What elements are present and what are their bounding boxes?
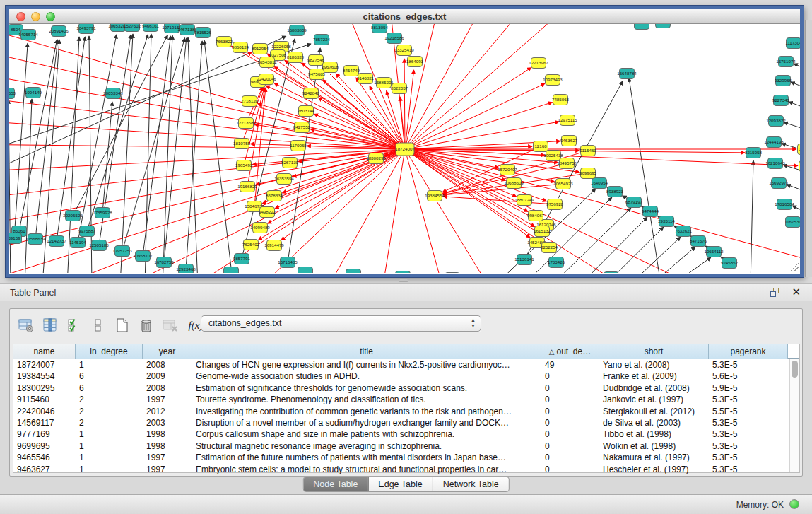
graph-node[interactable]: 12975115 [558, 115, 577, 126]
graph-node[interactable]: 12093822 [766, 116, 786, 127]
graph-node[interactable]: 8813054 [371, 24, 389, 33]
graph-node[interactable]: 9756928 [546, 199, 564, 210]
graph-node[interactable]: 12444193 [764, 137, 784, 148]
graph-edge[interactable] [282, 149, 405, 193]
graph-node[interactable]: 19166829 [237, 182, 257, 192]
graph-edge[interactable] [405, 149, 798, 165]
table-mode-icon[interactable] [16, 315, 37, 336]
table-row[interactable]: 969969511998Structural magnetic resonanc… [13, 440, 799, 452]
graph-edge[interactable] [9, 24, 405, 149]
network-canvas[interactable]: 8504140557142089140610493791106532871527… [9, 24, 800, 273]
graph-node[interactable]: 7815526 [194, 28, 212, 38]
graph-node[interactable]: 8454749 [343, 66, 360, 76]
graph-edge[interactable] [204, 40, 233, 273]
graph-node[interactable]: 17957253 [112, 246, 132, 257]
graph-node[interactable]: 9146821 [357, 74, 375, 84]
table-row[interactable]: 946362711997Embryonic stem cells: a mode… [13, 464, 799, 475]
graph-edge[interactable] [87, 34, 148, 231]
graph-node[interactable]: 12505185 [89, 240, 109, 251]
graph-node[interactable]: 1864093 [406, 57, 424, 67]
graph-node[interactable]: 18495758 [557, 158, 577, 169]
graph-node[interactable]: 9115460 [579, 146, 596, 156]
graph-node[interactable]: 8186328 [287, 52, 305, 63]
graph-node[interactable]: 20891406 [49, 26, 69, 37]
graph-node[interactable]: 7625402 [242, 240, 260, 250]
graph-node[interactable]: 17359928 [93, 208, 112, 218]
graph-node[interactable]: 1965493 [235, 160, 253, 171]
graph-node[interactable]: 10654923 [553, 179, 573, 189]
graph-node[interactable]: 8938923 [606, 187, 624, 197]
graph-edge[interactable] [405, 83, 545, 149]
graph-edge[interactable] [35, 40, 58, 239]
graph-edge[interactable] [19, 40, 57, 231]
graph-edge[interactable] [89, 36, 92, 273]
graph-node[interactable]: 14099489 [250, 223, 270, 233]
graph-node[interactable]: 9227341 [772, 95, 790, 106]
select-columns-icon[interactable] [64, 315, 85, 336]
table-row[interactable]: 911546021997Tourette syndrome. Phenomeno… [13, 394, 799, 405]
graph-node[interactable]: 1733426 [548, 257, 565, 268]
tab-edge-table[interactable]: Edge Table [368, 477, 433, 491]
graph-node[interactable]: 11568639 [25, 234, 45, 245]
vertical-scrollbar[interactable] [789, 359, 799, 472]
table-row[interactable]: 2242004622012Investigating the contribut… [13, 406, 799, 417]
graph-edge[interactable] [794, 64, 800, 71]
graph-node[interactable]: 10688609 [504, 178, 524, 189]
graph-edge[interactable] [143, 36, 170, 256]
graph-edge[interactable] [14, 43, 28, 238]
graph-node[interactable]: 15692971 [769, 178, 789, 189]
graph-edge[interactable] [792, 206, 800, 215]
graph-node[interactable]: 2935114 [658, 216, 675, 227]
graph-node[interactable]: 12213967 [529, 58, 548, 69]
graph-edge[interactable] [186, 41, 202, 269]
table-row[interactable]: 1938455462009Genome-wide association stu… [13, 370, 799, 382]
graph-node[interactable] [224, 267, 239, 274]
graph-node[interactable]: 1167531 [784, 217, 800, 228]
graph-edge[interactable] [188, 37, 198, 273]
graph-node[interactable] [604, 272, 619, 274]
graph-edge[interactable] [405, 24, 534, 149]
graph-node[interactable]: 16782759 [154, 257, 174, 268]
tab-node-table[interactable]: Node Table [303, 477, 368, 491]
graph-node[interactable]: 10493791 [76, 24, 96, 34]
graph-edge[interactable] [266, 86, 405, 149]
graph-node[interactable]: 9984067 [527, 211, 545, 221]
graph-edge[interactable] [405, 24, 442, 149]
graph-node[interactable]: 12213589 [236, 118, 256, 129]
graph-node[interactable]: 16353594 [274, 174, 294, 185]
graph-edge[interactable] [9, 70, 405, 149]
splitter-grip[interactable] [399, 279, 408, 282]
graph-node[interactable]: 1527602 [124, 24, 141, 32]
row-height-icon[interactable] [88, 315, 109, 336]
graph-node[interactable]: 12142737 [47, 236, 66, 247]
close-panel-icon[interactable]: ✕ [792, 286, 801, 298]
graph-node[interactable]: 9466161 [142, 24, 160, 32]
graph-node[interactable]: 14055714 [18, 30, 38, 40]
graph-edge[interactable] [671, 257, 711, 273]
graph-node[interactable]: 9475685 [308, 69, 326, 80]
graph-node[interactable]: 16210643 [765, 158, 785, 169]
graph-node[interactable]: 2803144 [298, 106, 315, 117]
tab-network-table[interactable]: Network Table [433, 477, 509, 491]
graph-node[interactable]: 1117304 [785, 38, 800, 49]
graph-node[interactable]: 8427552 [293, 122, 311, 133]
graph-edge[interactable] [405, 70, 414, 149]
graph-node[interactable]: 18626 [799, 161, 801, 172]
graph-edge[interactable] [791, 82, 800, 90]
memory-status-icon[interactable] [789, 499, 799, 509]
graph-node[interactable]: 1145194 [69, 238, 86, 248]
graph-node[interactable]: 7632621 [675, 226, 693, 237]
graph-node[interactable]: 19218586 [384, 33, 404, 44]
graph-node[interactable]: 8252254 [541, 243, 558, 253]
graph-edge[interactable] [405, 149, 800, 261]
graph-node[interactable]: 9857791 [233, 254, 251, 264]
graph-edge[interactable] [405, 149, 745, 153]
graph-edge[interactable] [9, 45, 405, 149]
graph-node[interactable]: 15136141 [514, 255, 534, 265]
graph-edge[interactable] [9, 100, 11, 273]
table-row[interactable]: 1830029562008Estimation of significance … [13, 382, 799, 394]
table-row[interactable]: 946554611997Estimation of the future num… [13, 452, 799, 463]
network-window-titlebar[interactable]: citations_edges.txt [9, 9, 800, 24]
graph-node[interactable]: 9245852 [721, 258, 739, 269]
table-row[interactable]: 977716911998Corpus callosum shape and si… [13, 428, 799, 440]
